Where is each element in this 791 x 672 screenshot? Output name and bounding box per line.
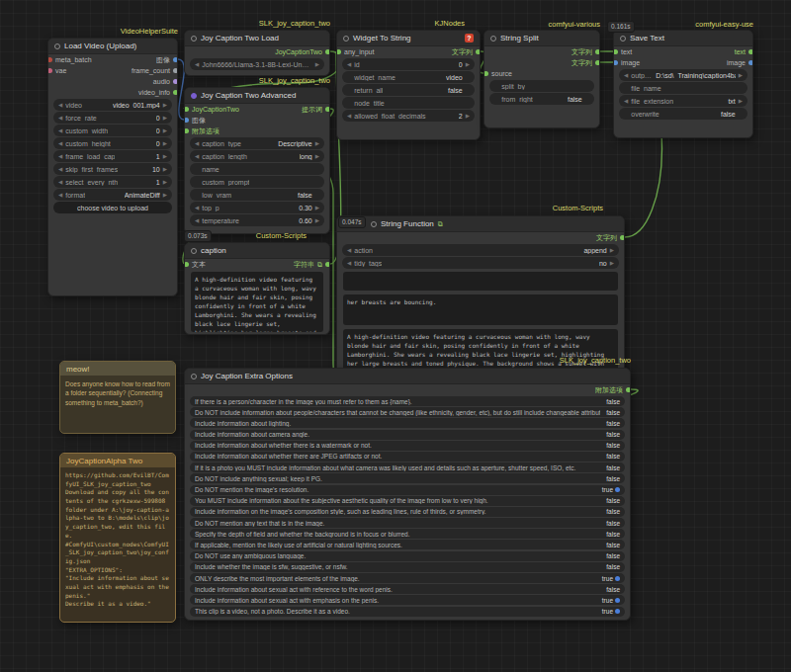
extra-option-row[interactable]: Do NOT use any ambiguous language. false: [190, 551, 625, 561]
input-slot-text[interactable]: 文本: [186, 260, 206, 270]
node-save-text[interactable]: Save Text text text image image ◀ o: [613, 30, 753, 138]
widget-row[interactable]: ◀ output... D:\sd\_Training\caption4batc…: [619, 69, 747, 81]
widget-row[interactable]: ◀ temperature 0.60 ▶: [190, 214, 324, 226]
widget-row[interactable]: ◀ file_extension txt ▶: [619, 95, 747, 107]
extra-option-toggle[interactable]: false: [606, 464, 620, 471]
collapse-toggle[interactable]: [191, 93, 197, 99]
widget-row[interactable]: ◀ overwrite false ▶: [619, 108, 747, 120]
increment-arrow-icon[interactable]: ▶: [466, 113, 470, 119]
output-slot-string[interactable]: 文字列: [571, 47, 598, 57]
slot-dot[interactable]: [184, 128, 189, 133]
widget-row[interactable]: ◀ node_title ▶: [342, 97, 475, 109]
output-slot-string[interactable]: 文字列: [452, 47, 479, 57]
widget-row[interactable]: ◀ video video_001.mp4 ▶: [53, 99, 172, 111]
increment-arrow-icon[interactable]: ▶: [466, 61, 470, 67]
node-header[interactable]: Load Video (Upload): [48, 39, 177, 54]
slot-dot[interactable]: [613, 60, 618, 65]
extra-option-row[interactable]: Do NOT include information about people/…: [190, 407, 625, 417]
widget-row[interactable]: ◀ force_rate 0 ▶: [53, 112, 172, 124]
output-slot-joycaptiontwo[interactable]: JoyCaptionTwo: [275, 48, 328, 55]
widget-row[interactable]: ◀ skip_first_frames 10 ▶: [53, 163, 172, 175]
node-header[interactable]: Save Text: [614, 31, 752, 46]
collapse-toggle[interactable]: [620, 36, 626, 42]
extra-option-row[interactable]: If there is a person/character in the im…: [190, 396, 625, 406]
note-title[interactable]: meow!: [60, 362, 175, 376]
decrement-arrow-icon[interactable]: ◀: [195, 61, 199, 67]
extra-option-row[interactable]: ONLY describe the most important element…: [190, 573, 625, 583]
extra-option-toggle[interactable]: false: [606, 508, 620, 515]
widget-row[interactable]: ◀ choose video to upload ▶: [53, 202, 172, 213]
decrement-arrow-icon[interactable]: ◀: [58, 179, 62, 185]
output-slot-string[interactable]: 文字列: [596, 233, 623, 243]
slot-dot[interactable]: [595, 60, 600, 65]
input-slot-extra-options[interactable]: 附加选项: [186, 126, 220, 136]
decrement-arrow-icon[interactable]: ◀: [58, 192, 62, 198]
node-string-split[interactable]: String Split 文字列 文字列 source ◀ split_by ▶: [483, 30, 600, 128]
decrement-arrow-icon[interactable]: ◀: [195, 153, 199, 159]
decrement-arrow-icon[interactable]: ◀: [195, 205, 199, 210]
extra-option-toggle[interactable]: false: [606, 453, 620, 460]
decrement-arrow-icon[interactable]: ◀: [347, 113, 351, 119]
decrement-arrow-icon[interactable]: ◀: [58, 102, 62, 108]
increment-arrow-icon[interactable]: ▶: [315, 205, 319, 210]
input-slot-image[interactable]: image: [615, 59, 640, 66]
output-slot-prompt[interactable]: 提示词: [302, 105, 328, 115]
decrement-arrow-icon[interactable]: ◀: [347, 260, 351, 266]
extra-option-row[interactable]: Include information about camera angle. …: [190, 430, 625, 440]
node-header[interactable]: String Split: [484, 31, 599, 46]
node-joy-caption-extra-options[interactable]: Joy Caption Extra Options 附加选项 If there …: [184, 368, 631, 621]
node-header[interactable]: String Function ⧉: [337, 216, 624, 232]
slot-dot[interactable]: [613, 49, 618, 54]
node-header[interactable]: Joy Caption Two Advanced: [185, 88, 329, 104]
extra-option-toggle[interactable]: false: [606, 497, 620, 504]
extra-option-toggle[interactable]: false: [606, 420, 620, 427]
text-b-textarea[interactable]: her breasts are bouncing.: [343, 294, 618, 325]
extra-option-toggle[interactable]: false: [606, 586, 620, 593]
output-slot-text[interactable]: text: [735, 48, 751, 55]
collapse-toggle[interactable]: [490, 36, 496, 42]
collapse-toggle[interactable]: [191, 374, 197, 379]
slot-dot[interactable]: [173, 79, 178, 84]
extra-option-row[interactable]: Include information about sexual act wit…: [190, 584, 625, 594]
decrement-arrow-icon[interactable]: ◀: [347, 247, 351, 253]
widget-row[interactable]: ◀ return_all false ▶: [342, 84, 475, 96]
decrement-arrow-icon[interactable]: ◀: [58, 140, 62, 146]
extra-option-toggle[interactable]: true: [602, 597, 613, 604]
widget-row[interactable]: ◀ frame_load_cap 1 ▶: [53, 150, 172, 162]
extra-option-row[interactable]: Include information about whether there …: [190, 441, 625, 451]
widget-row[interactable]: ◀ file_name ▶: [619, 82, 747, 94]
collapse-toggle[interactable]: [191, 36, 197, 42]
note-title[interactable]: JoyCaptionAlpha Two: [60, 454, 175, 467]
node-header[interactable]: Joy Caption Extra Options: [185, 369, 630, 384]
slot-dot[interactable]: [173, 90, 178, 95]
collapse-toggle[interactable]: [371, 221, 377, 227]
slot-dot[interactable]: [47, 68, 52, 73]
node-header[interactable]: Widget To String ?: [337, 31, 480, 46]
slot-dot[interactable]: [47, 57, 52, 62]
increment-arrow-icon[interactable]: ▶: [163, 153, 167, 159]
increment-arrow-icon[interactable]: ▶: [610, 260, 614, 266]
extra-option-row[interactable]: This clip is a video, not a photo. Descr…: [190, 607, 625, 617]
increment-arrow-icon[interactable]: ▶: [163, 115, 167, 121]
input-slot-text[interactable]: text: [615, 48, 632, 55]
widget-row[interactable]: ◀ custom_height 0 ▶: [53, 137, 172, 149]
node-load-video[interactable]: Load Video (Upload) meta_batch 图像 vae fr…: [47, 38, 178, 296]
input-slot-meta-batch[interactable]: meta_batch: [49, 56, 92, 63]
extra-option-row[interactable]: Include information about lighting. fals…: [190, 418, 625, 428]
output-slot-image[interactable]: image: [727, 59, 751, 66]
slot-dot[interactable]: [620, 235, 625, 240]
decrement-arrow-icon[interactable]: ◀: [58, 153, 62, 159]
extra-option-toggle[interactable]: false: [606, 431, 620, 438]
node-widget-to-string[interactable]: Widget To String ? any_input 文字列 ◀ id 0 …: [336, 30, 481, 140]
extra-option-toggle[interactable]: false: [606, 531, 620, 538]
collapse-toggle[interactable]: [191, 248, 197, 254]
decrement-arrow-icon[interactable]: ◀: [58, 115, 62, 121]
extra-option-toggle[interactable]: true: [602, 575, 613, 582]
copy-icon[interactable]: ⧉: [317, 261, 322, 269]
slot-dot[interactable]: [325, 107, 330, 112]
decrement-arrow-icon[interactable]: ◀: [195, 140, 199, 146]
extra-option-toggle[interactable]: false: [606, 542, 620, 548]
extra-option-toggle[interactable]: false: [606, 552, 620, 559]
slot-dot[interactable]: [748, 60, 753, 65]
node-caption[interactable]: caption 文本 字符串 ⧉ A high-definition video…: [184, 242, 330, 335]
